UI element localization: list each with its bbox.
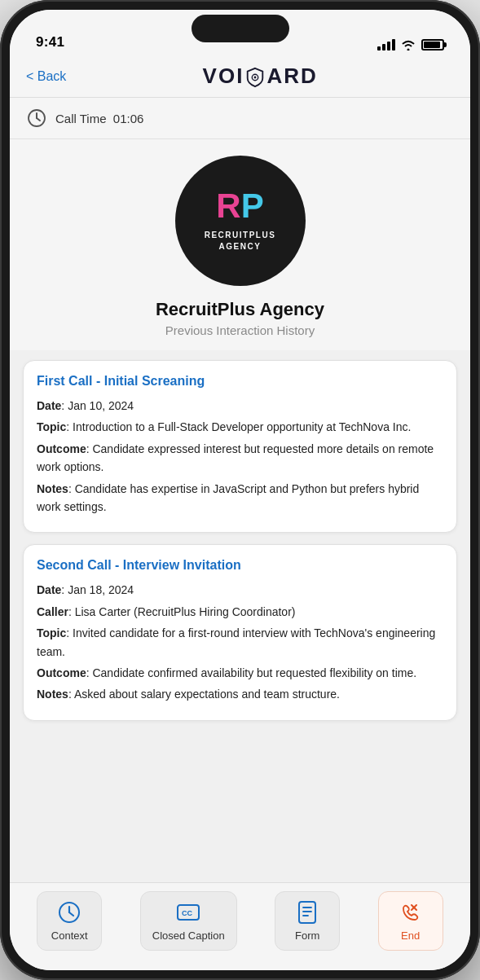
phone-screen: 9:41 < Back V (10, 10, 470, 970)
logo-shield-icon (244, 67, 266, 88)
bottom-toolbar: Context CC Closed Caption (10, 882, 470, 970)
logo-text: VOI ARD (203, 64, 318, 88)
end-icon (399, 900, 423, 925)
signal-icon (377, 39, 395, 51)
context-icon (57, 900, 81, 925)
card-2-outcome: Outcome: Candidate confirmed availabilit… (37, 664, 443, 682)
card-2-caller: Caller: Lisa Carter (RecruitPlus Hiring … (37, 603, 443, 621)
card-1-outcome: Outcome: Candidate expressed interest bu… (37, 440, 443, 477)
card-1-topic: Topic: Introduction to a Full-Stack Deve… (37, 418, 443, 436)
closed-caption-button[interactable]: CC Closed Caption (140, 891, 237, 951)
card-1-body: Date: Jan 10, 2024 Topic: Introduction t… (37, 397, 443, 516)
end-button[interactable]: End (378, 891, 443, 951)
history-card-1: First Call - Initial Screaning Date: Jan… (23, 360, 457, 533)
card-1-title: First Call - Initial Screaning (37, 374, 443, 389)
company-name: RecruitPlus Agency (156, 299, 324, 320)
card-2-title: Second Call - Interview Invitation (37, 558, 443, 573)
context-label: Context (51, 929, 88, 942)
card-1-notes: Notes: Candidate has expertise in JavaSc… (37, 480, 443, 516)
status-icons (377, 39, 444, 51)
card-1-date: Date: Jan 10, 2024 (37, 397, 443, 415)
dynamic-island (192, 15, 289, 42)
clock-icon (26, 108, 47, 129)
wifi-icon (401, 39, 416, 51)
company-subtitle: Previous Interaction History (165, 323, 315, 337)
battery-icon (421, 39, 444, 51)
call-time-text: Call Time 01:06 (55, 112, 143, 125)
svg-point-1 (254, 77, 257, 79)
company-sub-text: RECRUITPLUS AGENCY (205, 230, 276, 253)
content-scroll[interactable]: Call Time 01:06 R P RECRUITPLUS AGENCY R… (10, 98, 470, 882)
context-button[interactable]: Context (37, 891, 102, 951)
phone-frame: 9:41 < Back V (0, 0, 480, 980)
history-card-2: Second Call - Interview Invitation Date:… (23, 544, 457, 720)
form-label: Form (295, 929, 319, 942)
card-2-notes: Notes: Asked about salary expectations a… (37, 685, 443, 703)
back-label: < Back (26, 69, 66, 84)
logo-area: VOI ARD (66, 64, 454, 89)
company-section: R P RECRUITPLUS AGENCY RecruitPlus Agenc… (10, 139, 470, 350)
closed-caption-icon: CC (176, 900, 200, 925)
svg-line-4 (37, 118, 40, 121)
form-button[interactable]: Form (275, 891, 340, 951)
end-label: End (401, 929, 420, 942)
cards-container: First Call - Initial Screaning Date: Jan… (10, 350, 470, 731)
logo-r: R (216, 189, 240, 223)
closed-caption-label: Closed Caption (152, 929, 225, 942)
back-button[interactable]: < Back (26, 69, 66, 84)
status-time: 9:41 (36, 34, 64, 51)
card-2-body: Date: Jan 18, 2024 Caller: Lisa Carter (… (37, 581, 443, 703)
company-logo: R P RECRUITPLUS AGENCY (175, 156, 306, 286)
svg-rect-10 (299, 902, 315, 923)
logo-p: P (241, 189, 264, 223)
svg-text:CC: CC (182, 909, 192, 917)
nav-bar: < Back VOI ARD (10, 57, 470, 98)
rp-logo: R P (216, 189, 263, 223)
card-2-date: Date: Jan 18, 2024 (37, 581, 443, 599)
form-icon (295, 900, 319, 925)
card-2-topic: Topic: Invited candidate for a first-rou… (37, 624, 443, 661)
svg-line-7 (69, 912, 73, 916)
call-time-banner: Call Time 01:06 (10, 98, 470, 139)
